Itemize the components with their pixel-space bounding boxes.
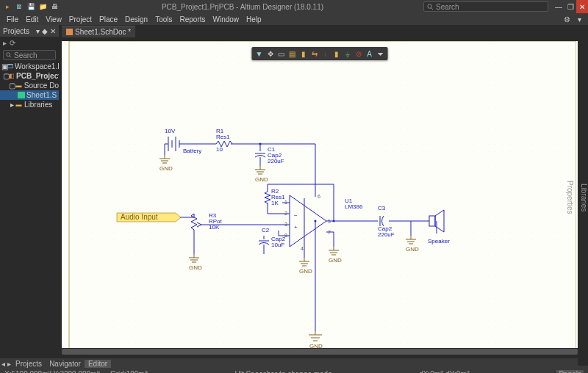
svg-text:GND: GND [329,257,342,264]
panel-pin-icon[interactable]: ◆ [42,27,48,35]
folder-icon[interactable]: 📁 [38,2,47,11]
global-search[interactable]: Search [423,1,548,12]
select-icon[interactable]: ▭ [276,48,287,59]
tab-next-icon[interactable]: ▸ [6,360,12,368]
tree-libraries[interactable]: ▸▬Libraries [0,100,59,109]
svg-text:C2: C2 [262,227,270,233]
projects-header: Projects ▾ ◆ ✕ [0,25,59,37]
window-title: PCB_Project1.PrjPCB - Altium Designer (1… [62,3,423,11]
bus-icon[interactable]: ⇆ [309,48,320,59]
menu-reports[interactable]: Reports [176,15,209,23]
tree-source-folder[interactable]: ▢▬Source Do [0,81,59,90]
status-delta: dX:0mil dY:0mil [419,370,470,374]
canvas-wrap: 10V Battery GND R1 Res1 10 [59,38,588,358]
active-bar: ▼ ✥ ▭ ▤ ▮ ⇆ ↓ ▮ ⏚ ⊘ A ⏷ [252,47,388,60]
tree-project[interactable]: ▢◧PCB_Project [0,71,59,81]
tree-document[interactable]: Sheet1.S [0,90,59,100]
svg-text:Speaker: Speaker [428,238,450,245]
settings-icon[interactable]: ⚙ [560,15,574,23]
tab-prev-icon[interactable]: ◂ [0,360,6,368]
status-hint: Hit Spacebar to change mode [234,370,331,374]
maximize-button[interactable]: ❐ [564,0,576,13]
scrollbar-horizontal[interactable] [62,348,578,355]
menu-help[interactable]: Help [243,15,265,23]
panel-menu-icon[interactable]: ▾ [36,27,40,35]
svg-text:1K: 1K [271,200,279,206]
svg-text:GND: GND [189,264,202,271]
svg-text:10V: 10V [165,128,176,134]
svg-line-3 [10,56,11,57]
svg-text:3: 3 [284,222,287,227]
close-button[interactable]: ✕ [576,0,588,13]
menu-place[interactable]: Place [96,15,121,23]
document-tab-label: Sheet1.SchDoc * [75,28,131,36]
filter-icon[interactable]: ▼ [254,48,265,59]
svg-text:C3: C3 [378,205,386,211]
search-icon [6,52,12,58]
search-icon [427,4,434,10]
power-icon[interactable]: ⊘ [354,48,364,59]
status-coords: X:5100.000mil Y:3200.000mil [4,370,100,374]
menu-file[interactable]: File [3,15,22,23]
open-icon[interactable]: 🗎 [15,2,24,11]
panel-close-icon[interactable]: ✕ [50,27,56,35]
scroll-thumb[interactable] [62,349,578,355]
quick-access-toolbar: ▸ 🗎 💾 📁 🖶 [0,2,62,11]
schematic-canvas[interactable]: 10V Battery GND R1 Res1 10 [62,41,578,348]
projects-panel: Projects ▾ ◆ ✕ ▸ ⟳ Search ▣🗔Workspace1.D… [0,25,59,358]
rail-libraries[interactable]: Libraries [580,181,588,214]
menu-design[interactable]: Design [121,15,151,23]
tab-projects[interactable]: Projects [12,360,46,368]
menu-view[interactable]: View [42,15,65,23]
svg-text:Res1: Res1 [216,134,230,140]
projects-tree[interactable]: ▣🗔Workspace1.D ▢◧PCB_Project ▢▬Source Do… [0,60,59,358]
svg-text:5: 5 [328,219,331,224]
schdoc-icon [66,29,73,35]
svg-text:10: 10 [216,146,223,153]
port-icon[interactable]: ▮ [331,48,342,59]
wire-icon[interactable]: ▮ [298,48,309,59]
panels-button[interactable]: Panels [556,370,584,374]
menu-window[interactable]: Window [209,15,243,23]
svg-text:GND: GND [406,246,419,253]
status-bar: X:5100.000mil Y:3200.000mil Grid:100mil … [0,369,588,373]
menu-edit[interactable]: Edit [22,15,42,23]
more-icon[interactable]: ⏷ [376,48,386,59]
document-tab[interactable]: Sheet1.SchDoc * [62,26,135,37]
svg-point-2 [7,53,10,57]
tree-workspace[interactable]: ▣🗔Workspace1.D [0,62,59,71]
menu-tools[interactable]: Tools [151,15,176,23]
svg-text:6: 6 [318,194,320,199]
titlebar: ▸ 🗎 💾 📁 🖶 PCB_Project1.PrjPCB - Altium D… [0,0,588,13]
projects-search-placeholder: Search [14,51,37,59]
tab-editor[interactable]: Editor [85,360,111,368]
svg-text:1: 1 [284,200,287,205]
minimize-button[interactable]: — [553,0,564,13]
svg-point-120 [259,143,262,145]
projects-search-row: Search [0,48,59,60]
gnd-icon[interactable]: ⏚ [343,48,353,59]
menubar: File Edit View Project Place Design Tool… [0,13,588,25]
right-fly-panels: Libraries Properties [578,26,588,366]
print-icon[interactable]: 🖶 [50,2,59,11]
move-icon[interactable]: ✥ [265,48,276,59]
tree-refresh-icon[interactable]: ⟳ [10,39,15,47]
document-tabs: Sheet1.SchDoc * [59,25,588,38]
svg-text:7: 7 [328,230,331,235]
svg-text:220uF: 220uF [378,231,395,238]
save-icon[interactable]: 💾 [26,2,35,11]
text-icon[interactable]: A [365,48,375,59]
tab-navigator[interactable]: Navigator [46,360,85,368]
svg-point-121 [315,220,317,222]
projects-search-input[interactable]: Search [3,50,56,60]
menu-project[interactable]: Project [65,15,96,23]
tree-collapse-icon[interactable]: ▸ [3,39,7,47]
app-icon: ▸ [3,2,12,11]
bottom-tabs: ◂ ▸ Projects Navigator Editor [0,358,588,369]
svg-text:Audio Input: Audio Input [121,213,158,221]
component-icon[interactable]: ▤ [287,48,298,59]
caret-down-icon[interactable]: ▾ [574,15,585,23]
net-icon[interactable]: ↓ [320,48,331,59]
svg-text:LM386: LM386 [345,203,363,210]
rail-properties[interactable]: Properties [566,178,574,217]
